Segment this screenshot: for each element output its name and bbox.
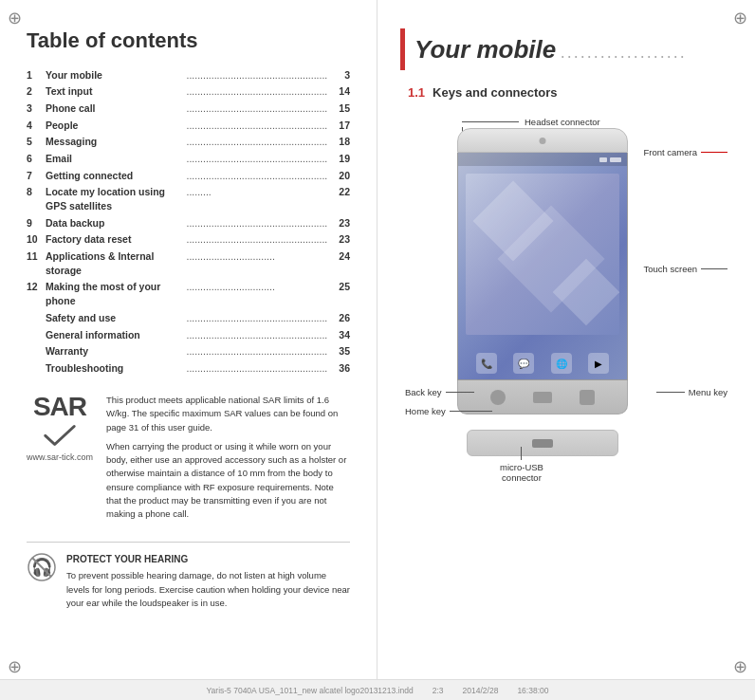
toc-item-general: General information ....................…	[27, 326, 350, 343]
home-button	[533, 392, 552, 403]
hearing-protection-icon: 🎧	[27, 552, 57, 582]
toc-item-1: 1 Your mobile ..........................…	[27, 66, 350, 83]
home-key-label: Home key	[405, 406, 446, 416]
footer-file-info: Yaris-5 7040A USA_1011_new alcatel logo2…	[207, 686, 414, 695]
menu-key-label: Menu key	[689, 387, 727, 397]
battery-icon	[610, 157, 621, 162]
back-key-line	[446, 392, 474, 393]
app-icons-row: 📞 💬 🌐 ▶	[458, 353, 627, 374]
toc-item-10: 10 Factory data reset ..................…	[27, 231, 350, 249]
toc-item-warranty: Warranty ...............................…	[27, 343, 350, 360]
toc-item-11: 11 Applications & Internal storage .....…	[27, 249, 350, 279]
subsection-header: 1.1 Keys and connectors	[400, 85, 732, 100]
signal-icon	[599, 157, 607, 162]
app-icon-1: 📞	[476, 353, 497, 374]
menu-key-area: Menu key	[656, 387, 727, 397]
back-key-area: Back key	[405, 387, 474, 397]
protect-section: 🎧 PROTECT YOUR HEARING To prevent possib…	[27, 542, 350, 610]
left-page: ⊕ ⊕ Table of contents 1 Your mobile ....…	[0, 0, 378, 700]
corner-mark-tr: ⊕	[733, 8, 747, 28]
sar-text-2: When carrying the product or using it wh…	[106, 440, 350, 522]
micro-usb-label: micro-USB	[500, 462, 543, 472]
back-button	[490, 390, 506, 405]
touch-screen-area: Touch screen	[643, 264, 727, 274]
toc-item-12: 12 Making the most of your phone .......…	[27, 279, 350, 309]
section-dots: ...................	[561, 43, 687, 62]
toc-item-safety: Safety and use .........................…	[27, 309, 350, 326]
touch-screen-line	[701, 268, 727, 269]
corner-mark-tl: ⊕	[8, 8, 22, 28]
connector-label: connector	[500, 472, 543, 483]
section-title-block: Your mobile ...................	[414, 35, 687, 64]
toc-title: Table of contents	[27, 28, 350, 53]
headset-port	[540, 138, 546, 144]
toc-item-7: 7 Getting connected ....................…	[27, 167, 350, 184]
subsection-num: 1.1	[408, 85, 425, 100]
phone-diagram: Headset connector Front camera	[405, 117, 727, 534]
section-bar	[400, 28, 405, 70]
touch-screen-label: Touch screen	[643, 264, 697, 274]
sar-text-1: This product meets applicable national S…	[106, 394, 350, 434]
toc-item-6: 6 Email ................................…	[27, 150, 350, 167]
home-key-area: Home key	[405, 406, 492, 416]
phone-top-shell	[457, 128, 628, 153]
front-camera-area: Front camera	[644, 147, 728, 157]
front-camera-label: Front camera	[644, 147, 698, 157]
front-camera-line	[701, 152, 727, 153]
toc-item-9: 9 Data backup ..........................…	[27, 214, 350, 231]
status-bar	[458, 153, 627, 166]
sar-logo: SAR www.sar-tick.com	[27, 394, 93, 462]
toc-item-troubleshoot: Troubleshooting ........................…	[27, 359, 350, 377]
footer-date: 2014/2/28	[463, 686, 499, 695]
app-icon-2: 💬	[513, 353, 534, 374]
headset-label-row: Headset connector	[462, 117, 600, 127]
usb-line-v	[521, 447, 522, 460]
sar-website: www.sar-tick.com	[27, 452, 93, 462]
phone-body: 📞 💬 🌐 ▶	[457, 153, 628, 380]
toc-item-5: 5 Messaging ............................…	[27, 134, 350, 151]
back-key-label: Back key	[405, 387, 442, 397]
section-title: Your mobile	[414, 35, 556, 64]
footer-bar: Yaris-5 7040A USA_1011_new alcatel logo2…	[0, 679, 755, 700]
toc-item-3: 3 Phone call ...........................…	[27, 100, 350, 117]
screen-content	[466, 174, 619, 335]
toc-item-2: 2 Text input ...........................…	[27, 83, 350, 101]
right-page: ⊕ ⊕ Your mobile ................... 1.1 …	[378, 0, 755, 700]
app-icon-4: ▶	[588, 353, 609, 374]
corner-mark-bl: ⊕	[8, 656, 22, 677]
protect-title: PROTECT YOUR HEARING	[66, 552, 350, 566]
section-header: Your mobile ...................	[400, 28, 732, 70]
toc-item-8: 8 Locate my location using GPS satellite…	[27, 184, 350, 214]
toc-item-4: 4 People ...............................…	[27, 117, 350, 134]
sar-checkmark-icon	[42, 422, 78, 449]
home-key-line	[450, 411, 492, 412]
corner-mark-br: ⊕	[733, 656, 747, 677]
app-icon-3: 🌐	[551, 353, 572, 374]
protect-content: PROTECT YOUR HEARING To prevent possible…	[66, 552, 350, 610]
sar-logo-text: SAR	[33, 394, 86, 420]
usb-label-area: micro-USB connector	[500, 447, 543, 483]
menu-key-line	[656, 392, 685, 393]
headset-connector-label: Headset connector	[525, 117, 600, 127]
toc-list: 1 Your mobile ..........................…	[27, 66, 350, 377]
headset-line-h	[462, 121, 519, 122]
sar-content: This product meets applicable national S…	[106, 394, 350, 526]
footer-page-ref: 2:3	[433, 686, 444, 695]
subsection-title: Keys and connectors	[433, 85, 558, 100]
menu-button	[580, 390, 595, 405]
footer-time: 16:38:00	[517, 686, 548, 695]
protect-text: To prevent possible hearing damage, do n…	[66, 569, 350, 610]
sar-section: SAR www.sar-tick.com This product meets …	[27, 394, 350, 526]
